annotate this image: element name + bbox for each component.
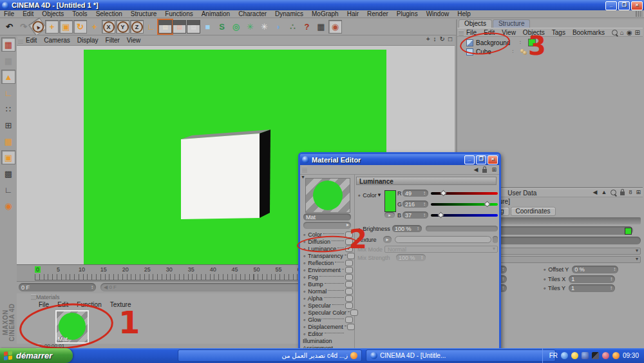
scale-tool-icon[interactable]: ▣ <box>59 20 73 34</box>
lock-icon[interactable] <box>620 191 625 195</box>
search-icon[interactable] <box>611 190 616 195</box>
menu-item[interactable]: Edit <box>23 10 33 17</box>
close-button[interactable]: × <box>631 1 643 10</box>
texture-mode-icon[interactable]: ▣ <box>1 150 15 164</box>
chain-icon[interactable]: 8 <box>629 189 632 195</box>
zoom-view-icon[interactable]: ↕ <box>433 35 437 43</box>
channel-row[interactable]: Environment ✓ <box>303 266 353 273</box>
materials-menu-item[interactable]: Edit <box>57 301 68 308</box>
render-globe-icon[interactable]: ◉ <box>328 20 342 34</box>
inactive-mode-icon[interactable]: ▦ <box>1 54 15 68</box>
polygons-mode-icon[interactable]: ▦ <box>1 134 15 148</box>
channel-checkbox[interactable]: ✓ <box>345 246 353 252</box>
channel-checkbox[interactable]: ✓ <box>345 302 353 309</box>
range-left-arrow-icon[interactable]: ◀ <box>104 284 108 290</box>
render-settings-icon[interactable]: ▤ <box>187 20 200 34</box>
viewport-menu-item[interactable]: Filter <box>106 37 120 44</box>
brightness-field[interactable]: 100 %↕ <box>392 225 422 232</box>
attributes-menu-item[interactable]: User Data <box>507 190 536 197</box>
material-editor-titlebar[interactable]: Material Editor _ ❐ × <box>300 154 499 165</box>
channel-checkbox[interactable]: ✓ <box>345 231 353 238</box>
axis-move-icon[interactable]: + <box>88 20 101 34</box>
add-particles-icon[interactable]: ∴ <box>286 20 299 34</box>
channel-row[interactable]: Luminance ✓ <box>303 245 353 252</box>
object-row-background[interactable]: Background ∶ <box>457 38 643 47</box>
points-mode-icon[interactable]: ∷ <box>1 102 15 116</box>
channel-row[interactable]: Fog ✓ <box>303 273 353 280</box>
channel-checkbox[interactable]: ✓ <box>345 274 353 280</box>
viewport-menu-item[interactable]: Display <box>77 37 99 44</box>
channel-checkbox[interactable]: ✓ <box>347 324 355 330</box>
lock-y-axis-icon[interactable]: Y <box>116 20 129 34</box>
maximize-button[interactable]: ❐ <box>476 155 486 164</box>
channel-row[interactable]: Transparency ✓ <box>303 252 353 259</box>
add-modeling-icon[interactable]: ✳ <box>243 20 257 34</box>
toggle-view-icon[interactable]: □ <box>448 35 452 43</box>
preview-type-dropdown[interactable] <box>303 222 351 229</box>
material-tag-swatch[interactable] <box>528 39 536 46</box>
material-link-swatch[interactable] <box>625 228 632 235</box>
move-tool-icon[interactable]: + <box>45 20 59 34</box>
object-label[interactable]: Background <box>476 39 510 46</box>
menu-item[interactable]: Hair <box>347 10 359 17</box>
menu-item[interactable]: Dynamics <box>275 10 303 17</box>
channel-checkbox[interactable]: ✓ <box>345 239 353 245</box>
undo-icon[interactable]: ↶ <box>3 20 16 34</box>
offset-y-field[interactable]: 0 %↕ <box>572 266 618 273</box>
edges-mode-icon[interactable]: ⊞ <box>1 118 15 132</box>
green-value-field[interactable]: 216↕ <box>402 201 428 208</box>
green-slider[interactable] <box>431 203 498 206</box>
blue-slider[interactable] <box>431 214 498 217</box>
add-spline-icon[interactable]: S <box>215 20 229 34</box>
lock-x-axis-icon[interactable]: X <box>102 20 115 34</box>
up-icon[interactable]: ▲ <box>601 189 607 195</box>
objects-menu-item[interactable]: Objects <box>523 29 545 36</box>
add-cube-object-icon[interactable]: ■ <box>201 20 214 34</box>
texture-browse-button[interactable] <box>493 236 498 243</box>
add-nurbs-icon[interactable]: ◎ <box>229 20 243 34</box>
channel-row[interactable]: Normal ✓ <box>303 288 353 295</box>
menu-item[interactable]: Plugins <box>397 10 418 17</box>
object-axis-mode-icon[interactable]: ∟ <box>1 86 15 100</box>
channel-row[interactable]: Specular Color ✓ <box>303 309 353 316</box>
menu-item[interactable]: File <box>4 10 14 17</box>
channel-checkbox[interactable]: ✓ <box>345 288 353 295</box>
menu-item[interactable]: Functions <box>165 10 193 17</box>
channel-row[interactable]: Displacement ✓ <box>303 323 353 330</box>
panel-icon[interactable]: ⊞ <box>491 166 497 173</box>
channel-checkbox[interactable]: ✓ <box>345 317 353 323</box>
back-icon[interactable]: ◀ <box>474 166 478 173</box>
coord-system-icon[interactable]: ∟ <box>144 20 158 34</box>
tiles-y-field[interactable]: 1↕ <box>569 284 615 292</box>
current-frame-field[interactable]: 0 F↕ <box>19 283 96 291</box>
live-selection-icon[interactable]: ▲ <box>28 17 47 36</box>
objects-menu-item[interactable]: View <box>502 29 516 36</box>
objects-menu-item[interactable]: Edit <box>484 29 495 36</box>
channel-checkbox[interactable]: ✓ <box>347 253 355 259</box>
content-browser-icon[interactable]: ▦ <box>314 20 328 34</box>
tab-coordinates[interactable]: Coordinates <box>511 207 556 216</box>
panel-icon[interactable]: ⊞ <box>635 29 640 36</box>
redo-icon[interactable]: ↷ <box>17 20 30 34</box>
help-pointer-icon[interactable]: ? <box>300 20 314 34</box>
menu-item[interactable]: Character <box>238 10 267 17</box>
tab-objects[interactable]: Objects <box>459 19 492 28</box>
start-button[interactable]: démarrer <box>0 348 73 363</box>
menu-item[interactable]: Help <box>457 10 471 17</box>
menu-item[interactable]: Structure <box>131 10 157 17</box>
channel-row[interactable]: Editor ✓ <box>303 330 353 337</box>
texture-expand-button[interactable]: ▸ <box>383 236 392 243</box>
scroll-arrow-icon[interactable]: ▼ <box>301 175 305 179</box>
panel-icon[interactable]: ⊞ <box>636 189 641 195</box>
channel-row[interactable]: Color ✓ <box>303 231 353 238</box>
restore-button[interactable]: ❐ <box>618 1 630 10</box>
materials-menu-item[interactable]: File <box>39 301 49 308</box>
viewport-menu-item[interactable]: Cameras <box>44 37 70 44</box>
menu-item[interactable]: Tools <box>72 10 87 17</box>
channel-row[interactable]: Illumination ✓ <box>303 337 353 344</box>
rotate-tool-icon[interactable]: ↻ <box>73 20 87 34</box>
render-picture-icon[interactable]: ▤ <box>173 20 186 34</box>
tray-icon-firefox[interactable] <box>612 352 620 359</box>
make-editable-icon[interactable]: ▲ <box>1 70 15 84</box>
menu-item[interactable]: MoGraph <box>312 10 339 17</box>
